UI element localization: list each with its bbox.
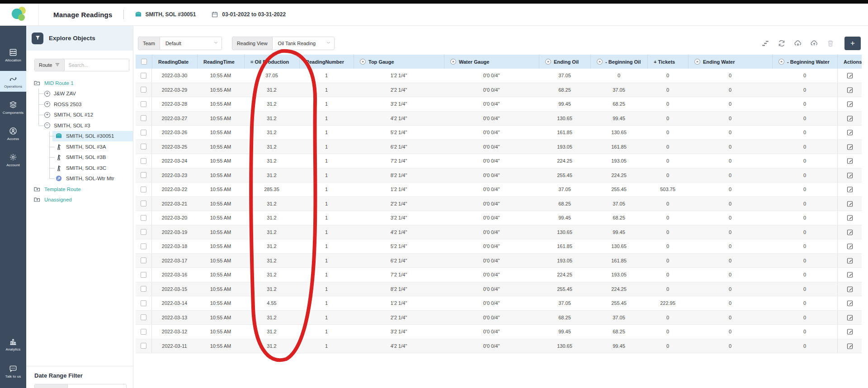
row-checkbox[interactable] (141, 144, 146, 150)
select-all-checkbox[interactable] (141, 59, 147, 65)
edit-reading-button[interactable] (846, 200, 854, 207)
column-header-time[interactable]: ReadingTime (197, 55, 244, 69)
tree-item-j-w-zav[interactable]: +J&W ZAV (26, 89, 133, 99)
tree-item-smith-sol-30051[interactable]: SMITH, SOL #30051 (26, 131, 133, 142)
row-checkbox[interactable] (141, 286, 146, 292)
edit-reading-button[interactable] (846, 342, 854, 350)
edit-reading-button[interactable] (846, 285, 854, 293)
sidebar-item-talk-to-us[interactable]: Talk to us (0, 361, 26, 382)
date-range[interactable]: 03-01-2022 to 03-31-2022 (211, 11, 286, 18)
edit-reading-button[interactable] (846, 86, 854, 93)
reading-view-label: Reading View (232, 37, 273, 50)
edit-reading-button[interactable] (846, 72, 854, 79)
column-header-water_gauge[interactable]: »Water Gauge (444, 55, 539, 69)
row-checkbox[interactable] (141, 257, 146, 263)
tree-item-smith-sol-3a[interactable]: SMITH, SOL #3A (26, 141, 133, 152)
page-title: Manage Readings (53, 11, 113, 19)
cell-oil: 31.2 (244, 339, 299, 353)
collapse-icon[interactable]: − (44, 122, 50, 128)
edit-reading-button[interactable] (846, 314, 854, 321)
tree-item-template-route[interactable]: Template Route (26, 184, 133, 195)
column-header-top_gauge[interactable]: »Top Gauge (354, 55, 444, 69)
row-checkbox[interactable] (141, 314, 146, 320)
column-header-oil[interactable]: = Oil Production (244, 55, 299, 69)
expand-icon[interactable]: + (44, 101, 50, 107)
row-checkbox[interactable] (141, 187, 146, 192)
sidebar-item-operations[interactable]: Operations (0, 71, 26, 92)
table-row: 2022-03-1410:55 AM4.5511'2 1/4"0'0 0/4"3… (136, 296, 862, 311)
column-header-date[interactable]: ReadingDate (152, 55, 197, 69)
app-logo[interactable] (0, 4, 39, 25)
row-checkbox[interactable] (141, 115, 146, 121)
tree-search-input[interactable] (65, 59, 129, 71)
edit-reading-button[interactable] (846, 214, 854, 221)
cell-beginning_oil: 255.45 (590, 296, 647, 310)
edit-reading-button[interactable] (846, 157, 854, 164)
edit-reading-button[interactable] (846, 186, 854, 193)
tank-icon (135, 11, 142, 18)
column-header-tickets[interactable]: + Tickets (647, 55, 688, 69)
team-select[interactable]: Team Default (138, 37, 222, 50)
steps-button[interactable] (761, 39, 769, 47)
tree-item-mid-route-1[interactable]: MID Route 1 (26, 78, 133, 89)
tree-item-smith-sol-wtr-mtr[interactable]: SMITH, SOL-Wtr Mtr (26, 173, 133, 184)
tree-item-smith-sol-3c[interactable]: SMITH, SOL #3C (26, 163, 133, 173)
edit-reading-button[interactable] (846, 257, 854, 264)
trash-button[interactable] (826, 39, 835, 47)
add-reading-button[interactable]: + (844, 37, 861, 50)
sidebar-item-allocation[interactable]: Allocation (0, 45, 26, 65)
column-header-ending_oil[interactable]: »Ending Oil (539, 55, 590, 69)
edit-reading-button[interactable] (846, 115, 854, 122)
row-checkbox[interactable] (141, 300, 146, 306)
from-date-field[interactable]: From Date 03-01-2022 (34, 384, 127, 388)
column-header-num[interactable]: ReadingNumber (299, 55, 354, 69)
column-header-beginning_water[interactable]: »- Beginning Water (772, 55, 837, 69)
row-checkbox[interactable] (141, 172, 146, 178)
row-checkbox[interactable] (141, 215, 146, 221)
edit-reading-button[interactable] (846, 129, 854, 136)
row-actions-cell (837, 182, 862, 196)
edit-reading-button[interactable] (846, 299, 854, 307)
tree-item-smith-sol-3b[interactable]: SMITH, SOL #3B (26, 152, 133, 163)
row-checkbox[interactable] (141, 343, 146, 349)
cell-oil: 31.2 (244, 154, 299, 168)
row-checkbox[interactable] (141, 243, 146, 249)
sidebar-item-access[interactable]: Access (0, 123, 26, 144)
cell-beginning_water: 0 (772, 126, 837, 140)
tree-item-unassigned[interactable]: Unassigned (26, 195, 133, 206)
column-header-actions[interactable]: Actions (837, 55, 862, 69)
row-checkbox[interactable] (141, 329, 146, 335)
route-filter-button[interactable]: Route (35, 59, 65, 71)
row-checkbox[interactable] (141, 101, 146, 107)
edit-reading-button[interactable] (846, 229, 854, 236)
expand-icon[interactable]: + (44, 91, 50, 97)
edit-reading-button[interactable] (846, 100, 854, 108)
tree-item-smith-sol-12[interactable]: +SMITH, SOL #12 (26, 110, 133, 121)
sidebar-item-account[interactable]: Account (0, 150, 26, 170)
row-checkbox[interactable] (141, 158, 146, 164)
edit-reading-button[interactable] (846, 271, 854, 278)
edit-reading-button[interactable] (846, 143, 854, 150)
refresh-button[interactable] (778, 39, 786, 47)
row-checkbox[interactable] (141, 229, 146, 235)
cloud-upload-button[interactable] (810, 39, 818, 47)
filter-button[interactable] (32, 33, 43, 44)
cloud-download-button[interactable] (794, 39, 802, 47)
tree-item-ross-2503[interactable]: +ROSS 2503 (26, 99, 133, 110)
selected-entity[interactable]: SMITH, SOL #30051 (135, 11, 196, 18)
tree-item-smith-sol-3[interactable]: −SMITH, SOL #3 (26, 120, 133, 131)
column-header-beginning_oil[interactable]: »- Beginning Oil (590, 55, 647, 69)
expand-icon[interactable]: + (44, 112, 50, 118)
sidebar-item-analytics[interactable]: Analytics (0, 334, 26, 355)
reading-view-select[interactable]: Reading View Oil Tank Reading (232, 37, 335, 50)
row-checkbox[interactable] (141, 272, 146, 278)
column-header-ending_water[interactable]: »Ending Water (688, 55, 772, 69)
edit-reading-button[interactable] (846, 328, 854, 335)
row-checkbox[interactable] (141, 73, 146, 79)
row-checkbox[interactable] (141, 130, 146, 136)
edit-reading-button[interactable] (846, 172, 854, 179)
sidebar-item-components[interactable]: Components (0, 97, 26, 118)
edit-reading-button[interactable] (846, 243, 854, 250)
row-checkbox[interactable] (141, 87, 146, 93)
row-checkbox[interactable] (141, 201, 146, 206)
